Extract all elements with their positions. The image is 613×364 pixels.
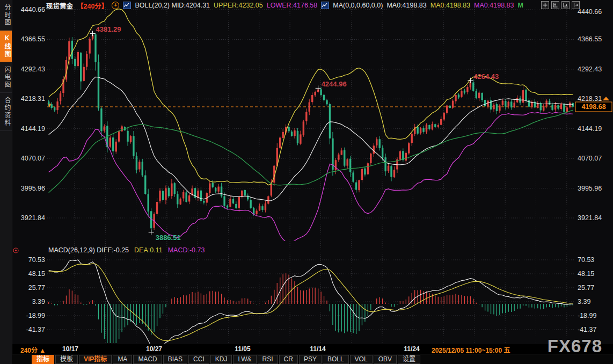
chart-window-controls bbox=[541, 1, 580, 9]
x-axis-tick: 11/05 bbox=[235, 345, 250, 353]
svg-text:4292.43: 4292.43 bbox=[21, 65, 45, 73]
toolbar-button-obv[interactable]: OBV bbox=[374, 355, 397, 364]
kline-chart[interactable]: 4381.293886.514244.964264.434440.664440.… bbox=[0, 0, 613, 364]
boll-chart-icon[interactable] bbox=[123, 2, 131, 9]
x-axis-tick: 10/17 bbox=[62, 345, 78, 353]
toolbar-button-cr[interactable]: CR bbox=[279, 355, 298, 364]
toolbar-button-ma[interactable]: MA bbox=[113, 355, 132, 364]
sidebar-tab-kline[interactable]: K线图 bbox=[0, 31, 12, 62]
macd-header: MACD(26,12,9) DIFF:-0.25 DEA:0.11 MACD:-… bbox=[48, 246, 205, 254]
toolbar-button-lwr[interactable]: LW& bbox=[233, 355, 256, 364]
svg-text:3.39: 3.39 bbox=[578, 298, 590, 305]
macd-dea-value: DEA:0.11 bbox=[134, 246, 163, 254]
ma-green-label: M bbox=[517, 2, 523, 9]
svg-text:3886.51: 3886.51 bbox=[156, 234, 181, 242]
toolbar-button-kdj[interactable]: KDJ bbox=[210, 355, 232, 364]
macd-layer bbox=[49, 260, 573, 348]
svg-text:3921.84: 3921.84 bbox=[578, 214, 602, 222]
toolbar-button-settings[interactable]: 设置 bbox=[398, 355, 420, 364]
svg-text:4198.68: 4198.68 bbox=[581, 103, 605, 111]
svg-text:4070.07: 4070.07 bbox=[578, 155, 602, 162]
ma-params: MA(0,0,0,60,0,0) bbox=[333, 2, 383, 9]
svg-text:4440.66: 4440.66 bbox=[21, 6, 45, 13]
svg-text:4264.43: 4264.43 bbox=[473, 72, 499, 81]
toolbar-button-vip-indicator[interactable]: VIP指标 bbox=[79, 355, 112, 364]
svg-text:-18.99: -18.99 bbox=[578, 312, 596, 319]
toolbar-button-boll[interactable]: BOLL bbox=[323, 355, 349, 364]
sidebar-tab-contract-info[interactable]: 合约资料 bbox=[0, 93, 12, 131]
svg-text:4366.55: 4366.55 bbox=[21, 35, 45, 43]
trading-app-window: 4381.293886.514244.964264.434440.664440.… bbox=[0, 0, 613, 364]
svg-text:4366.55: 4366.55 bbox=[578, 35, 602, 43]
svg-text:4218.31: 4218.31 bbox=[578, 95, 602, 103]
indicator-toolbar: 指标模板VIP指标MAMACDBIASCCIKDJLW&RSICRPSYBOLL… bbox=[12, 354, 613, 364]
boll-values: BOLL(20,2) MID:4204.31 bbox=[135, 2, 210, 9]
record-dot-icon[interactable] bbox=[12, 246, 19, 256]
svg-text:-18.99: -18.99 bbox=[26, 312, 45, 319]
ma0-yellow-value: MA0:4198.83 bbox=[430, 2, 470, 9]
macd-params: MACD(26,12,9) DIFF:-0.25 bbox=[48, 246, 129, 254]
svg-text:4070.07: 4070.07 bbox=[21, 155, 45, 162]
chart-type-sidebar: 分时图K线图闪电图合约资料 bbox=[0, 0, 12, 364]
toolbar-button-vol[interactable]: VOL bbox=[350, 355, 373, 364]
boll-upper-value: UPPER:4232.05 bbox=[214, 2, 263, 9]
svg-text:3.39: 3.39 bbox=[32, 298, 45, 305]
timeframe-label[interactable]: 240分 ▲ bbox=[20, 345, 46, 354]
svg-text:3995.96: 3995.96 bbox=[578, 185, 602, 192]
scale-up-icon[interactable] bbox=[551, 1, 559, 9]
svg-text:25.77: 25.77 bbox=[28, 284, 45, 292]
ma-chart-icon[interactable] bbox=[321, 2, 329, 9]
svg-text:4244.96: 4244.96 bbox=[322, 80, 347, 88]
svg-text:4440.66: 4440.66 bbox=[578, 8, 602, 16]
add-indicator-icon[interactable]: + bbox=[112, 2, 119, 9]
candlestick-layer bbox=[48, 33, 574, 232]
toolbar-button-psy[interactable]: PSY bbox=[299, 355, 322, 364]
svg-text:4292.43: 4292.43 bbox=[578, 65, 602, 73]
svg-text:3921.84: 3921.84 bbox=[21, 214, 45, 222]
macd-value: MACD:-0.73 bbox=[168, 246, 205, 254]
svg-text:4218.31: 4218.31 bbox=[21, 95, 45, 103]
svg-text:25.77: 25.77 bbox=[578, 284, 594, 292]
x-axis-tick: 10/27 bbox=[146, 345, 162, 353]
svg-text:-41.37: -41.37 bbox=[578, 326, 596, 333]
toolbar-button-cci[interactable]: CCI bbox=[188, 355, 209, 364]
toolbar-button-template[interactable]: 模板 bbox=[55, 355, 78, 364]
toolbar-button-indicator[interactable]: 指标 bbox=[32, 355, 54, 364]
period-badge: 【240分】 bbox=[77, 1, 108, 11]
toolbar-button-bias[interactable]: BIAS bbox=[163, 355, 187, 364]
ma0-white-value: MA0:4198.83 bbox=[386, 2, 426, 9]
svg-text:48.15: 48.15 bbox=[578, 270, 594, 278]
x-axis-tick: 11/24 bbox=[404, 345, 419, 353]
svg-text:70.53: 70.53 bbox=[28, 256, 45, 264]
svg-text:4144.19: 4144.19 bbox=[21, 125, 45, 133]
symbol-name: 现货黄金 bbox=[46, 1, 73, 11]
indicator-header: 现货黄金 【240分】 + BOLL(20,2) MID:4204.31 UPP… bbox=[46, 1, 523, 10]
x-axis-tick: 11/14 bbox=[310, 345, 325, 353]
pane-next-icon[interactable] bbox=[572, 1, 580, 9]
crosshair-pan-icon[interactable] bbox=[541, 1, 549, 9]
toolbar-button-rsi[interactable]: RSI bbox=[258, 355, 278, 364]
scale-right-icon[interactable] bbox=[561, 1, 570, 9]
sidebar-tab-time-share[interactable]: 分时图 bbox=[0, 0, 12, 31]
svg-text:4144.19: 4144.19 bbox=[578, 125, 602, 133]
boll-lower-value: LOWER:4176.58 bbox=[267, 2, 318, 9]
toolbar-button-macd[interactable]: MACD bbox=[133, 355, 162, 364]
sidebar-tab-flash[interactable]: 闪电图 bbox=[0, 62, 12, 93]
svg-text:-41.37: -41.37 bbox=[26, 326, 45, 333]
ma0-magenta-value: MA0:4198.83 bbox=[474, 2, 514, 9]
svg-text:4381.29: 4381.29 bbox=[96, 25, 121, 33]
svg-text:3995.96: 3995.96 bbox=[21, 185, 45, 192]
svg-text:48.15: 48.15 bbox=[28, 270, 45, 278]
svg-text:70.53: 70.53 bbox=[578, 256, 594, 264]
